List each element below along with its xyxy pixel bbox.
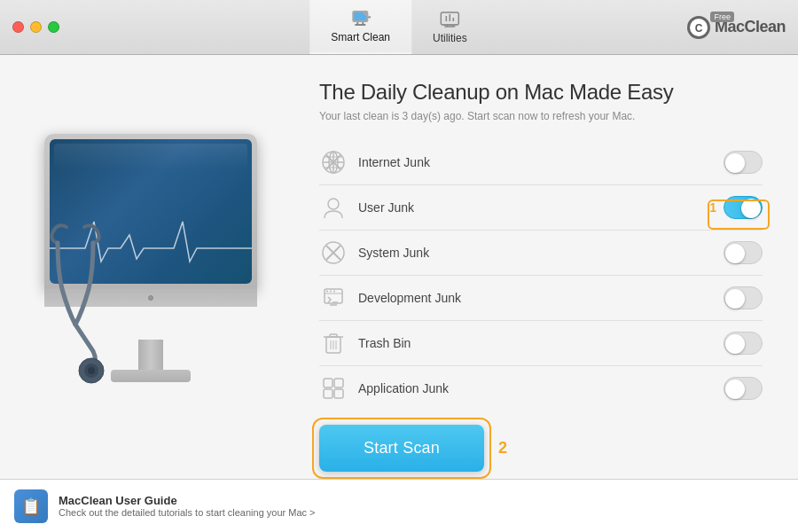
free-badge: Free [710,12,734,22]
minimize-button[interactable] [30,21,42,33]
guide-subtitle[interactable]: Check out the detailed tutorials to star… [59,507,316,518]
mac-illustration [27,134,275,400]
svg-rect-41 [330,334,337,337]
page-title: The Daily Cleanup on Mac Made Easy [319,80,763,105]
utilities-icon [439,10,460,29]
start-scan-wrapper: Start Scan [319,425,484,472]
trash-toggle-wrapper [724,332,763,355]
svg-rect-48 [334,389,343,398]
trash-icon [319,329,348,357]
system-junk-label: System Junk [358,246,724,260]
guide-text: MacClean User Guide Check out the detail… [59,494,316,518]
bottom-bar: 📋 MacClean User Guide Check out the deta… [0,479,798,532]
list-item: System Junk [319,231,763,276]
system-junk-toggle[interactable] [724,241,763,264]
maximize-button[interactable] [48,21,59,33]
svg-rect-47 [324,389,332,398]
titlebar: Smart Clean Utilities [0,0,798,55]
internet-junk-toggle[interactable] [724,151,763,174]
user-junk-number: 1 [709,200,716,215]
scan-number: 2 [498,439,507,458]
logo-area: C Free MacClean [686,15,786,40]
right-panel: The Daily Cleanup on Mac Made Easy Your … [301,55,798,479]
svg-point-28 [328,199,339,209]
tab-utilities[interactable]: Utilities [411,0,489,54]
system-junk-icon [319,239,348,267]
window-controls [0,21,59,33]
list-item: Development Junk [319,276,763,321]
dev-junk-icon [319,284,348,312]
dev-junk-toggle-wrapper [724,286,763,309]
dev-junk-label: Development Junk [358,291,724,305]
user-junk-toggle-container [724,196,763,219]
main-content: The Daily Cleanup on Mac Made Easy Your … [0,55,798,479]
internet-junk-toggle-wrapper [724,151,763,174]
dev-junk-toggle[interactable] [724,286,763,309]
trash-toggle[interactable] [724,332,763,355]
tab-smart-clean[interactable]: Smart Clean [309,0,411,54]
smart-clean-icon [350,9,372,28]
svg-rect-45 [324,379,332,387]
svg-point-36 [333,291,335,293]
guide-icon: 📋 [14,489,48,523]
svg-text:C: C [695,22,703,35]
stethoscope-icon [13,209,182,387]
app-junk-label: Application Junk [358,381,724,395]
list-item: Application Junk [319,366,763,411]
scan-area: Start Scan 2 [319,425,763,472]
internet-junk-icon [319,148,348,176]
nav-tabs: Smart Clean Utilities [309,0,488,54]
internet-junk-label: Internet Junk [358,155,724,169]
start-scan-button[interactable]: Start Scan [319,425,484,472]
list-item: Trash Bin [319,321,763,366]
app-junk-toggle[interactable] [724,377,763,400]
app-junk-icon [319,374,348,403]
close-button[interactable] [12,21,24,33]
smart-clean-label: Smart Clean [331,31,390,43]
trash-label: Trash Bin [358,336,724,350]
page-subtitle: Your last clean is 3 day(s) ago. Start s… [319,110,763,122]
user-junk-toggle-wrapper: 1 [709,196,763,219]
system-junk-toggle-wrapper [724,241,763,264]
items-list: Internet Junk User Junk 1 [319,140,763,411]
user-junk-toggle[interactable] [724,196,763,219]
svg-point-19 [88,367,95,374]
illustration-side [0,55,301,479]
list-item: Internet Junk [319,140,763,185]
user-junk-label: User Junk [358,200,709,215]
utilities-label: Utilities [433,32,467,44]
guide-title: MacClean User Guide [59,494,316,507]
guide-book-icon: 📋 [21,497,41,516]
svg-point-34 [326,291,328,293]
svg-rect-46 [334,379,343,387]
user-junk-icon [319,193,348,222]
app-junk-toggle-wrapper [724,377,763,400]
svg-point-35 [330,291,332,293]
list-item: User Junk 1 [319,185,763,231]
